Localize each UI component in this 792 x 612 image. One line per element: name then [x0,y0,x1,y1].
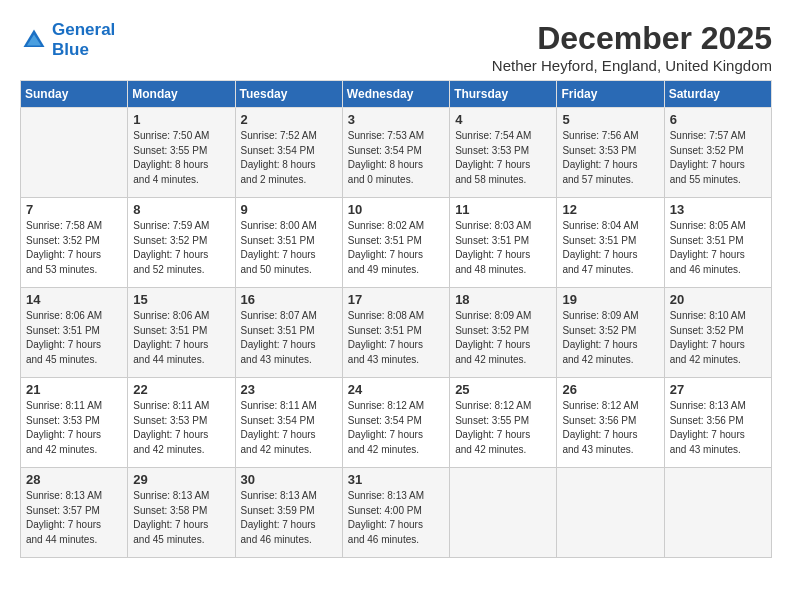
calendar-cell: 17Sunrise: 8:08 AMSunset: 3:51 PMDayligh… [342,288,449,378]
day-number: 2 [241,112,337,127]
day-info: Sunrise: 7:54 AMSunset: 3:53 PMDaylight:… [455,129,551,187]
day-info: Sunrise: 7:57 AMSunset: 3:52 PMDaylight:… [670,129,766,187]
day-info: Sunrise: 8:11 AMSunset: 3:53 PMDaylight:… [26,399,122,457]
calendar-cell: 18Sunrise: 8:09 AMSunset: 3:52 PMDayligh… [450,288,557,378]
calendar-cell: 12Sunrise: 8:04 AMSunset: 3:51 PMDayligh… [557,198,664,288]
calendar-cell: 19Sunrise: 8:09 AMSunset: 3:52 PMDayligh… [557,288,664,378]
day-number: 24 [348,382,444,397]
day-number: 23 [241,382,337,397]
calendar-header-cell: Friday [557,81,664,108]
logo-icon [20,26,48,54]
calendar-cell: 16Sunrise: 8:07 AMSunset: 3:51 PMDayligh… [235,288,342,378]
location-title: Nether Heyford, England, United Kingdom [492,57,772,74]
calendar-cell: 25Sunrise: 8:12 AMSunset: 3:55 PMDayligh… [450,378,557,468]
day-info: Sunrise: 8:13 AMSunset: 3:59 PMDaylight:… [241,489,337,547]
calendar-header-cell: Wednesday [342,81,449,108]
day-number: 31 [348,472,444,487]
day-number: 15 [133,292,229,307]
day-number: 22 [133,382,229,397]
day-number: 4 [455,112,551,127]
day-number: 5 [562,112,658,127]
logo-text: General Blue [52,20,115,60]
calendar-cell: 23Sunrise: 8:11 AMSunset: 3:54 PMDayligh… [235,378,342,468]
day-info: Sunrise: 8:00 AMSunset: 3:51 PMDaylight:… [241,219,337,277]
page-header: General Blue December 2025 Nether Heyfor… [20,20,772,74]
day-info: Sunrise: 8:12 AMSunset: 3:54 PMDaylight:… [348,399,444,457]
day-info: Sunrise: 8:13 AMSunset: 3:58 PMDaylight:… [133,489,229,547]
day-number: 30 [241,472,337,487]
day-number: 27 [670,382,766,397]
calendar-cell: 14Sunrise: 8:06 AMSunset: 3:51 PMDayligh… [21,288,128,378]
calendar-cell: 7Sunrise: 7:58 AMSunset: 3:52 PMDaylight… [21,198,128,288]
day-number: 11 [455,202,551,217]
day-info: Sunrise: 8:09 AMSunset: 3:52 PMDaylight:… [562,309,658,367]
day-info: Sunrise: 8:11 AMSunset: 3:53 PMDaylight:… [133,399,229,457]
calendar-week-row: 7Sunrise: 7:58 AMSunset: 3:52 PMDaylight… [21,198,772,288]
calendar-cell: 2Sunrise: 7:52 AMSunset: 3:54 PMDaylight… [235,108,342,198]
day-number: 1 [133,112,229,127]
calendar-cell: 11Sunrise: 8:03 AMSunset: 3:51 PMDayligh… [450,198,557,288]
logo: General Blue [20,20,115,60]
day-number: 28 [26,472,122,487]
day-info: Sunrise: 8:11 AMSunset: 3:54 PMDaylight:… [241,399,337,457]
day-number: 14 [26,292,122,307]
day-number: 13 [670,202,766,217]
calendar-cell [557,468,664,558]
day-info: Sunrise: 8:03 AMSunset: 3:51 PMDaylight:… [455,219,551,277]
calendar-cell: 5Sunrise: 7:56 AMSunset: 3:53 PMDaylight… [557,108,664,198]
calendar-table: SundayMondayTuesdayWednesdayThursdayFrid… [20,80,772,558]
day-info: Sunrise: 8:13 AMSunset: 4:00 PMDaylight:… [348,489,444,547]
calendar-header-cell: Monday [128,81,235,108]
day-info: Sunrise: 7:59 AMSunset: 3:52 PMDaylight:… [133,219,229,277]
day-info: Sunrise: 8:06 AMSunset: 3:51 PMDaylight:… [26,309,122,367]
day-number: 29 [133,472,229,487]
day-info: Sunrise: 8:05 AMSunset: 3:51 PMDaylight:… [670,219,766,277]
calendar-week-row: 14Sunrise: 8:06 AMSunset: 3:51 PMDayligh… [21,288,772,378]
day-number: 19 [562,292,658,307]
calendar-week-row: 28Sunrise: 8:13 AMSunset: 3:57 PMDayligh… [21,468,772,558]
calendar-cell: 1Sunrise: 7:50 AMSunset: 3:55 PMDaylight… [128,108,235,198]
calendar-cell [664,468,771,558]
day-info: Sunrise: 8:13 AMSunset: 3:56 PMDaylight:… [670,399,766,457]
calendar-cell: 4Sunrise: 7:54 AMSunset: 3:53 PMDaylight… [450,108,557,198]
day-info: Sunrise: 8:04 AMSunset: 3:51 PMDaylight:… [562,219,658,277]
day-number: 16 [241,292,337,307]
calendar-cell [450,468,557,558]
day-number: 9 [241,202,337,217]
day-number: 3 [348,112,444,127]
calendar-cell: 29Sunrise: 8:13 AMSunset: 3:58 PMDayligh… [128,468,235,558]
calendar-body: 1Sunrise: 7:50 AMSunset: 3:55 PMDaylight… [21,108,772,558]
calendar-header-row: SundayMondayTuesdayWednesdayThursdayFrid… [21,81,772,108]
calendar-cell: 8Sunrise: 7:59 AMSunset: 3:52 PMDaylight… [128,198,235,288]
calendar-cell: 6Sunrise: 7:57 AMSunset: 3:52 PMDaylight… [664,108,771,198]
day-number: 10 [348,202,444,217]
day-info: Sunrise: 8:10 AMSunset: 3:52 PMDaylight:… [670,309,766,367]
day-info: Sunrise: 8:12 AMSunset: 3:55 PMDaylight:… [455,399,551,457]
day-info: Sunrise: 8:13 AMSunset: 3:57 PMDaylight:… [26,489,122,547]
calendar-cell: 21Sunrise: 8:11 AMSunset: 3:53 PMDayligh… [21,378,128,468]
calendar-header-cell: Tuesday [235,81,342,108]
calendar-cell: 3Sunrise: 7:53 AMSunset: 3:54 PMDaylight… [342,108,449,198]
day-info: Sunrise: 7:58 AMSunset: 3:52 PMDaylight:… [26,219,122,277]
day-info: Sunrise: 7:53 AMSunset: 3:54 PMDaylight:… [348,129,444,187]
day-number: 21 [26,382,122,397]
calendar-cell: 22Sunrise: 8:11 AMSunset: 3:53 PMDayligh… [128,378,235,468]
day-info: Sunrise: 8:08 AMSunset: 3:51 PMDaylight:… [348,309,444,367]
day-number: 18 [455,292,551,307]
calendar-header-cell: Sunday [21,81,128,108]
calendar-cell: 10Sunrise: 8:02 AMSunset: 3:51 PMDayligh… [342,198,449,288]
calendar-cell: 15Sunrise: 8:06 AMSunset: 3:51 PMDayligh… [128,288,235,378]
calendar-cell: 31Sunrise: 8:13 AMSunset: 4:00 PMDayligh… [342,468,449,558]
day-number: 20 [670,292,766,307]
calendar-cell: 20Sunrise: 8:10 AMSunset: 3:52 PMDayligh… [664,288,771,378]
day-number: 17 [348,292,444,307]
day-info: Sunrise: 8:06 AMSunset: 3:51 PMDaylight:… [133,309,229,367]
day-info: Sunrise: 7:56 AMSunset: 3:53 PMDaylight:… [562,129,658,187]
month-title: December 2025 [492,20,772,57]
calendar-cell: 28Sunrise: 8:13 AMSunset: 3:57 PMDayligh… [21,468,128,558]
calendar-cell: 26Sunrise: 8:12 AMSunset: 3:56 PMDayligh… [557,378,664,468]
day-info: Sunrise: 7:52 AMSunset: 3:54 PMDaylight:… [241,129,337,187]
day-number: 7 [26,202,122,217]
title-area: December 2025 Nether Heyford, England, U… [492,20,772,74]
day-info: Sunrise: 8:09 AMSunset: 3:52 PMDaylight:… [455,309,551,367]
